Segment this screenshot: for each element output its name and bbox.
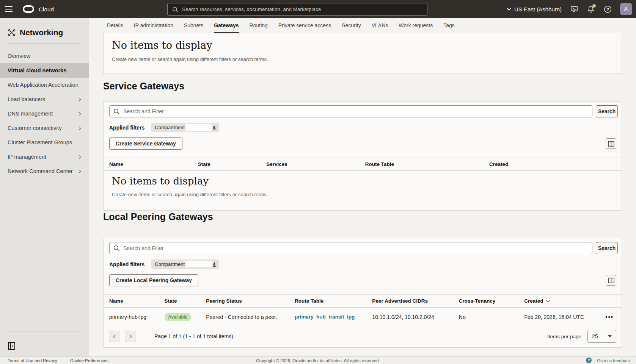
footer-help-icon[interactable]: ? [586,358,592,363]
sg-compartment-filter-chip[interactable]: Compartment 4 [151,123,219,132]
global-search-input[interactable]: Search resources, services, documentatio… [167,3,427,16]
search-icon [113,245,120,252]
terms-link[interactable]: Terms of Use and Privacy [8,358,57,363]
items-per-page-value: 25 [592,333,598,339]
tab-work-requests[interactable]: Work requests [399,18,433,33]
tab-private-service-access[interactable]: Private service access [278,18,331,33]
previous-page-button[interactable] [109,331,120,342]
global-search-placeholder: Search resources, services, documentatio… [182,6,321,12]
sidebar-nav: Overview Virtual cloud networks Web Appl… [0,49,89,178]
tab-vlans[interactable]: VLANs [372,18,388,33]
hamburger-menu-icon[interactable] [0,0,17,18]
col-route-table: Route Table [295,298,372,304]
networking-icon [8,28,16,37]
col-name: Name [109,161,198,167]
sidebar-header: Networking [0,18,89,43]
sidebar-item-load-balancers[interactable]: Load balancers [0,92,89,106]
sidebar-item-ip-management[interactable]: IP management [0,150,89,164]
tab-details[interactable]: Details [107,18,123,33]
applied-filters-label: Applied filters [109,261,144,267]
chevron-right-icon [77,155,81,159]
sg-search-button[interactable]: Search [596,105,618,117]
lpg-table-row: primary-hub-lpg Available Peered - Conne… [104,308,622,326]
search-icon [113,108,120,115]
sidebar-item-dns-management[interactable]: DNS management [0,106,89,121]
sidebar-item-customer-connectivity[interactable]: Customer connectivity [0,121,89,135]
col-peer-advertised-cidrs: Peer Advertised CIDRs [372,298,459,304]
cookie-preferences-link[interactable]: Cookie Preferences [70,358,108,363]
lpg-table-header: Name State Peering Status Route Table Pe… [104,294,622,308]
create-local-peering-gateway-button[interactable]: Create Local Peering Gateway [109,274,198,286]
sg-search-placeholder: Search and Filter [123,108,164,114]
items-per-page-label: Items per page [547,334,581,339]
sidebar-divider [8,43,81,44]
sg-search-input[interactable]: Search and Filter [109,105,592,117]
route-table-link[interactable]: primary_hub_transit_lpg [295,314,372,320]
page-footer: Terms of Use and Privacy Cookie Preferen… [0,356,636,364]
lpg-filter-count[interactable]: 4 [213,261,215,267]
notifications-bell-icon[interactable] [587,5,595,13]
tab-ip-administration[interactable]: IP administration [134,18,173,33]
lpg-column-settings-button[interactable] [606,275,616,286]
col-route-table: Route Table [365,161,489,167]
service-gateways-panel: Search and Filter Search Applied filters… [103,101,622,211]
row-actions-menu-icon[interactable]: ••• [605,314,616,320]
cell-created: Feb 20, 2026, 16:04 UTC [524,314,584,320]
empty-state-subtitle: Create new items or search again using d… [112,56,622,62]
compartment-value-blank [185,261,212,267]
cell-name: primary-hub-lpg [109,314,165,320]
resource-tabs: Details IP administration Subnets Gatewa… [89,18,636,33]
tab-routing[interactable]: Routing [250,18,268,33]
cell-cross-tenancy: No [459,314,524,320]
sidebar-item-network-command-center[interactable]: Network Command Center [0,164,89,178]
applied-filters-label: Applied filters [109,125,144,131]
tab-gateways[interactable]: Gateways [214,18,239,33]
lpg-search-input[interactable]: Search and Filter [109,242,592,254]
sg-column-settings-button[interactable] [606,138,616,149]
col-state: State [165,298,206,304]
brand-name: Cloud [39,6,54,12]
items-per-page-select[interactable]: 25 [587,330,616,343]
region-selector[interactable]: US East (Ashburn) [507,6,562,12]
cloud-shell-icon[interactable] [570,5,578,13]
header-right-group: US East (Ashburn) ? [507,0,632,18]
lpg-compartment-filter-chip[interactable]: Compartment 4 [151,259,219,269]
next-page-button[interactable] [125,331,136,342]
col-peering-status: Peering Status [206,298,295,304]
main-content: No items to display Create new items or … [89,33,636,356]
sg-table-header: Name State Services Route Table Created [104,158,622,171]
create-service-gateway-button[interactable]: Create Service Gateway [109,137,182,150]
sort-chevron-icon [546,299,550,303]
sidebar-item-overview[interactable]: Overview [0,49,89,63]
col-created: Created [489,161,616,167]
sg-filter-count[interactable]: 4 [213,125,215,130]
copyright-text: Copyright © 2026, Oracle and/or its affi… [256,358,380,363]
col-created-sortable[interactable]: Created [524,298,616,304]
user-avatar[interactable] [620,3,632,15]
empty-state-subtitle: Create new items or search again using d… [112,192,268,197]
sg-empty-state: No items to display Create new items or … [112,175,268,197]
tab-security[interactable]: Security [342,18,361,33]
sidebar-item-web-application-acceleration[interactable]: Web Application Acceleration [0,78,89,92]
tab-subnets[interactable]: Subnets [184,18,203,33]
feedback-link[interactable]: Give us feedback [597,358,631,363]
chevron-right-icon [77,126,81,130]
brand: Cloud [23,5,54,13]
col-services: Services [266,161,365,167]
lpg-search-button[interactable]: Search [596,242,618,254]
tab-tags[interactable]: Tags [443,18,455,33]
caret-down-icon [608,335,612,337]
sidebar-item-virtual-cloud-networks[interactable]: Virtual cloud networks [0,63,89,78]
notification-dot [592,4,596,8]
compartment-value-blank [185,124,212,131]
sidebar-item-cluster-placement-groups[interactable]: Cluster Placement Groups [0,135,89,150]
person-icon [623,6,629,12]
collapse-sidebar-icon[interactable] [7,341,16,350]
help-icon[interactable]: ? [603,5,612,13]
service-gateways-heading: Service Gateways [103,81,184,92]
search-icon [172,6,178,12]
empty-state-title: No items to display [112,175,268,187]
next-icon [129,334,132,338]
columns-icon [608,278,614,283]
lpg-pagination: Page 1 of 1 (1 - 1 of 1 total items) Ite… [104,325,622,347]
